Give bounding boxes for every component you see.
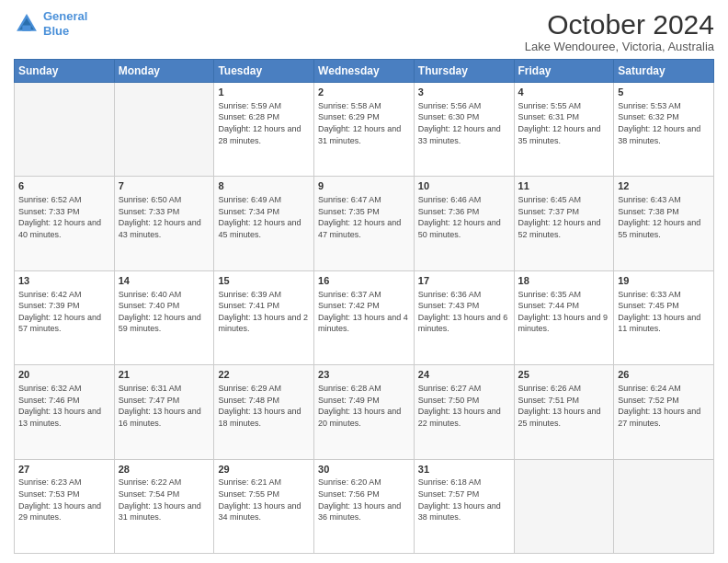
calendar-cell: 28Sunrise: 6:22 AMSunset: 7:54 PMDayligh… bbox=[114, 459, 214, 553]
calendar-cell: 3Sunrise: 5:56 AMSunset: 6:30 PMDaylight… bbox=[414, 83, 514, 177]
calendar-cell: 23Sunrise: 6:28 AMSunset: 7:49 PMDayligh… bbox=[314, 365, 415, 459]
day-number: 22 bbox=[218, 368, 310, 382]
calendar-cell: 1Sunrise: 5:59 AMSunset: 6:28 PMDaylight… bbox=[214, 83, 314, 177]
day-info: Sunrise: 6:20 AMSunset: 7:56 PMDaylight:… bbox=[318, 477, 410, 523]
day-number: 28 bbox=[119, 463, 210, 477]
day-info: Sunrise: 6:35 AMSunset: 7:44 PMDaylight:… bbox=[518, 289, 610, 335]
calendar-cell: 14Sunrise: 6:40 AMSunset: 7:40 PMDayligh… bbox=[114, 270, 214, 364]
day-number: 3 bbox=[418, 86, 510, 99]
calendar-cell: 29Sunrise: 6:21 AMSunset: 7:55 PMDayligh… bbox=[214, 459, 314, 553]
day-number: 23 bbox=[318, 368, 410, 382]
calendar-cell: 25Sunrise: 6:26 AMSunset: 7:51 PMDayligh… bbox=[514, 365, 614, 459]
header: General Blue October 2024 Lake Wendouree… bbox=[14, 9, 714, 53]
day-info: Sunrise: 6:18 AMSunset: 7:57 PMDaylight:… bbox=[418, 477, 510, 523]
day-info: Sunrise: 6:36 AMSunset: 7:43 PMDaylight:… bbox=[418, 289, 510, 335]
weekday-header-wednesday: Wednesday bbox=[314, 60, 415, 83]
day-number: 18 bbox=[518, 274, 610, 288]
day-info: Sunrise: 6:26 AMSunset: 7:51 PMDaylight:… bbox=[518, 383, 610, 429]
calendar-cell: 27Sunrise: 6:23 AMSunset: 7:53 PMDayligh… bbox=[15, 459, 115, 553]
logo-line1: General bbox=[43, 9, 87, 23]
calendar-cell: 2Sunrise: 5:58 AMSunset: 6:29 PMDaylight… bbox=[314, 83, 415, 177]
calendar-cell: 9Sunrise: 6:47 AMSunset: 7:35 PMDaylight… bbox=[314, 177, 415, 270]
day-number: 17 bbox=[418, 274, 510, 288]
day-number: 19 bbox=[618, 274, 710, 288]
weekday-header-friday: Friday bbox=[514, 60, 614, 83]
calendar-cell bbox=[614, 459, 714, 553]
calendar-cell: 6Sunrise: 6:52 AMSunset: 7:33 PMDaylight… bbox=[15, 177, 115, 270]
day-number: 31 bbox=[418, 463, 510, 477]
calendar-cell: 7Sunrise: 6:50 AMSunset: 7:33 PMDaylight… bbox=[114, 177, 214, 270]
title-section: October 2024 Lake Wendouree, Victoria, A… bbox=[525, 9, 714, 53]
day-info: Sunrise: 6:27 AMSunset: 7:50 PMDaylight:… bbox=[418, 383, 510, 429]
day-info: Sunrise: 6:32 AMSunset: 7:46 PMDaylight:… bbox=[18, 383, 110, 429]
calendar-cell: 26Sunrise: 6:24 AMSunset: 7:52 PMDayligh… bbox=[614, 365, 714, 459]
day-number: 5 bbox=[618, 86, 710, 99]
day-info: Sunrise: 6:42 AMSunset: 7:39 PMDaylight:… bbox=[18, 289, 110, 335]
calendar-cell: 11Sunrise: 6:45 AMSunset: 7:37 PMDayligh… bbox=[514, 177, 614, 270]
day-number: 16 bbox=[318, 274, 410, 288]
calendar-cell: 13Sunrise: 6:42 AMSunset: 7:39 PMDayligh… bbox=[15, 270, 115, 364]
day-info: Sunrise: 6:47 AMSunset: 7:35 PMDaylight:… bbox=[318, 194, 410, 240]
day-number: 4 bbox=[518, 86, 610, 99]
day-number: 15 bbox=[218, 274, 310, 288]
calendar-cell: 20Sunrise: 6:32 AMSunset: 7:46 PMDayligh… bbox=[15, 365, 115, 459]
calendar-cell: 10Sunrise: 6:46 AMSunset: 7:36 PMDayligh… bbox=[414, 177, 514, 270]
day-info: Sunrise: 5:56 AMSunset: 6:30 PMDaylight:… bbox=[418, 100, 510, 146]
day-info: Sunrise: 6:50 AMSunset: 7:33 PMDaylight:… bbox=[119, 194, 210, 240]
day-number: 10 bbox=[418, 179, 510, 193]
day-number: 13 bbox=[18, 274, 110, 288]
week-row-1: 1Sunrise: 5:59 AMSunset: 6:28 PMDaylight… bbox=[15, 83, 714, 177]
day-info: Sunrise: 6:40 AMSunset: 7:40 PMDaylight:… bbox=[119, 289, 210, 335]
day-number: 21 bbox=[119, 368, 210, 382]
subtitle: Lake Wendouree, Victoria, Australia bbox=[525, 40, 714, 53]
day-info: Sunrise: 6:21 AMSunset: 7:55 PMDaylight:… bbox=[218, 477, 310, 523]
day-number: 8 bbox=[218, 179, 310, 193]
calendar-cell: 18Sunrise: 6:35 AMSunset: 7:44 PMDayligh… bbox=[514, 270, 614, 364]
day-info: Sunrise: 6:49 AMSunset: 7:34 PMDaylight:… bbox=[218, 194, 310, 240]
day-number: 1 bbox=[218, 86, 310, 99]
main-title: October 2024 bbox=[525, 9, 714, 40]
day-info: Sunrise: 6:52 AMSunset: 7:33 PMDaylight:… bbox=[18, 194, 110, 240]
calendar-cell: 30Sunrise: 6:20 AMSunset: 7:56 PMDayligh… bbox=[314, 459, 415, 553]
calendar-cell: 8Sunrise: 6:49 AMSunset: 7:34 PMDaylight… bbox=[214, 177, 314, 270]
week-row-2: 6Sunrise: 6:52 AMSunset: 7:33 PMDaylight… bbox=[15, 177, 714, 270]
day-number: 12 bbox=[618, 179, 710, 193]
calendar-cell: 21Sunrise: 6:31 AMSunset: 7:47 PMDayligh… bbox=[114, 365, 214, 459]
day-info: Sunrise: 6:37 AMSunset: 7:42 PMDaylight:… bbox=[318, 289, 410, 335]
calendar-cell: 22Sunrise: 6:29 AMSunset: 7:48 PMDayligh… bbox=[214, 365, 314, 459]
day-number: 20 bbox=[18, 368, 110, 382]
calendar-cell: 31Sunrise: 6:18 AMSunset: 7:57 PMDayligh… bbox=[414, 459, 514, 553]
day-number: 6 bbox=[18, 179, 110, 193]
weekday-header-thursday: Thursday bbox=[414, 60, 514, 83]
calendar-cell: 4Sunrise: 5:55 AMSunset: 6:31 PMDaylight… bbox=[514, 83, 614, 177]
calendar-cell: 24Sunrise: 6:27 AMSunset: 7:50 PMDayligh… bbox=[414, 365, 514, 459]
logo-text: General Blue bbox=[43, 9, 87, 38]
weekday-header-row: SundayMondayTuesdayWednesdayThursdayFrid… bbox=[15, 60, 714, 83]
calendar-cell: 5Sunrise: 5:53 AMSunset: 6:32 PMDaylight… bbox=[614, 83, 714, 177]
week-row-5: 27Sunrise: 6:23 AMSunset: 7:53 PMDayligh… bbox=[15, 459, 714, 553]
day-info: Sunrise: 6:24 AMSunset: 7:52 PMDaylight:… bbox=[618, 383, 710, 429]
calendar-cell: 17Sunrise: 6:36 AMSunset: 7:43 PMDayligh… bbox=[414, 270, 514, 364]
weekday-header-monday: Monday bbox=[114, 60, 214, 83]
day-info: Sunrise: 6:45 AMSunset: 7:37 PMDaylight:… bbox=[518, 194, 610, 240]
day-number: 27 bbox=[18, 463, 110, 477]
logo-icon bbox=[14, 11, 40, 37]
day-info: Sunrise: 5:53 AMSunset: 6:32 PMDaylight:… bbox=[618, 100, 710, 146]
calendar-cell: 19Sunrise: 6:33 AMSunset: 7:45 PMDayligh… bbox=[614, 270, 714, 364]
day-number: 30 bbox=[318, 463, 410, 477]
day-number: 2 bbox=[318, 86, 410, 99]
day-info: Sunrise: 6:23 AMSunset: 7:53 PMDaylight:… bbox=[18, 477, 110, 523]
day-number: 9 bbox=[318, 179, 410, 193]
calendar-cell bbox=[15, 83, 115, 177]
day-info: Sunrise: 6:28 AMSunset: 7:49 PMDaylight:… bbox=[318, 383, 410, 429]
day-number: 29 bbox=[218, 463, 310, 477]
page: General Blue October 2024 Lake Wendouree… bbox=[0, 0, 728, 563]
day-number: 25 bbox=[518, 368, 610, 382]
day-number: 26 bbox=[618, 368, 710, 382]
day-info: Sunrise: 6:46 AMSunset: 7:36 PMDaylight:… bbox=[418, 194, 510, 240]
day-number: 7 bbox=[119, 179, 210, 193]
day-info: Sunrise: 6:43 AMSunset: 7:38 PMDaylight:… bbox=[618, 194, 710, 240]
day-number: 24 bbox=[418, 368, 510, 382]
logo-line2: Blue bbox=[43, 24, 69, 38]
calendar-cell: 15Sunrise: 6:39 AMSunset: 7:41 PMDayligh… bbox=[214, 270, 314, 364]
